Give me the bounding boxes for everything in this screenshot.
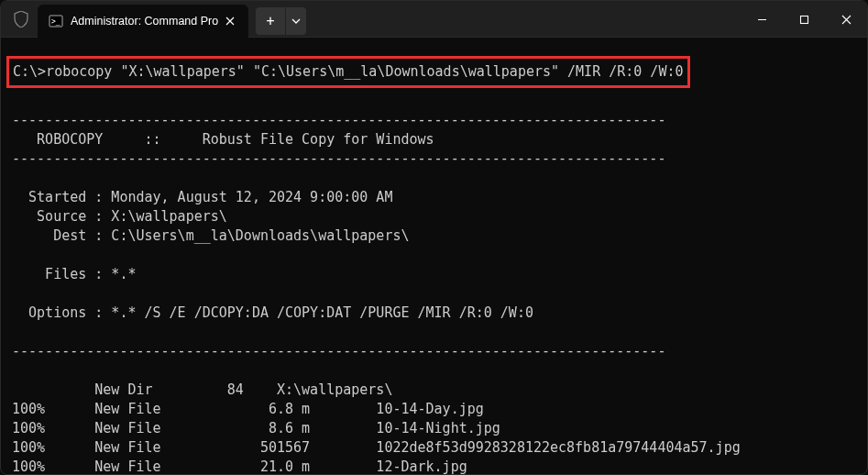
shield-icon bbox=[10, 8, 32, 30]
info-options: Options : *.* /S /E /DCOPY:DA /COPY:DAT … bbox=[12, 304, 533, 321]
file-list: 100% New File 6.8 m 10-14-Day.jpg 100% N… bbox=[12, 401, 741, 475]
minimize-button[interactable] bbox=[741, 1, 783, 38]
command-line: C:\>robocopy "X:\wallpapers" "C:\Users\m… bbox=[13, 63, 684, 80]
tab-title: Administrator: Command Pro bbox=[71, 15, 221, 28]
info-dest: Dest : C:\Users\m__la\Downloads\wallpape… bbox=[12, 227, 409, 244]
command-highlight: C:\>robocopy "X:\wallpapers" "C:\Users\m… bbox=[6, 56, 690, 88]
info-source: Source : X:\wallpapers\ bbox=[12, 208, 227, 225]
info-files: Files : *.* bbox=[12, 266, 136, 282]
info-started: Started : Monday, August 12, 2024 9:00:0… bbox=[12, 189, 392, 205]
tab-dropdown-button[interactable] bbox=[286, 7, 306, 35]
titlebar-left: >_ Administrator: Command Pro + bbox=[1, 1, 306, 37]
cmd-icon: >_ bbox=[49, 14, 63, 28]
close-window-button[interactable] bbox=[825, 1, 867, 38]
divider: ----------------------------------------… bbox=[12, 343, 665, 359]
divider: ----------------------------------------… bbox=[12, 150, 665, 167]
titlebar: >_ Administrator: Command Pro + bbox=[1, 1, 867, 38]
tab-controls: + bbox=[256, 7, 306, 35]
new-tab-button[interactable]: + bbox=[256, 7, 285, 35]
window-controls bbox=[741, 1, 867, 37]
svg-text:>_: >_ bbox=[51, 17, 60, 26]
robocopy-header: ROBOCOPY :: Robust File Copy for Windows bbox=[12, 131, 434, 148]
tab-active[interactable]: >_ Administrator: Command Pro bbox=[38, 5, 248, 38]
divider: ----------------------------------------… bbox=[12, 112, 665, 128]
new-dir-line: New Dir 84 X:\wallpapers\ bbox=[12, 381, 392, 398]
svg-rect-2 bbox=[800, 16, 808, 23]
tab-close-button[interactable] bbox=[221, 12, 239, 30]
terminal-output[interactable]: C:\>robocopy "X:\wallpapers" "C:\Users\m… bbox=[1, 38, 867, 475]
maximize-button[interactable] bbox=[783, 1, 825, 38]
